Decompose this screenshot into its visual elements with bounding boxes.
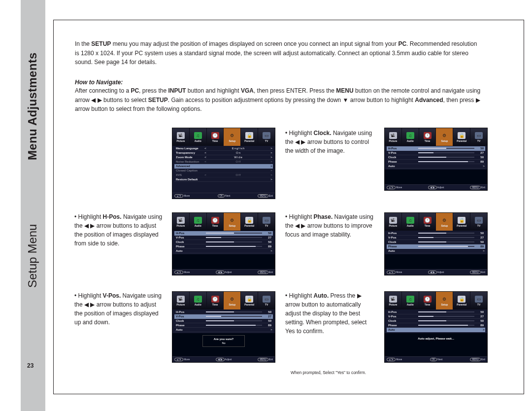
osd-tab-parental: 🔒Parental xyxy=(453,128,470,146)
osd-tab-picture: 📽Picture xyxy=(385,292,402,309)
menu-row-auto: Auto> xyxy=(174,328,273,332)
sidebar-title-bold: Menu Adjustments xyxy=(26,52,39,160)
osd-tab-setup: ⚙Setup xyxy=(224,128,241,146)
osd-tab-picture: 📽Picture xyxy=(172,128,190,146)
tv-icon: ▭ xyxy=(475,217,483,224)
menu-row-clock: Clock50 xyxy=(174,319,273,323)
auto-adjust-msg: Auto adjust, Please wait... xyxy=(385,333,487,342)
tv-icon: ▭ xyxy=(475,296,483,303)
setup-icon: ⚙ xyxy=(228,296,236,303)
setup-icon: ⚙ xyxy=(228,217,236,224)
osd-vpos: 📽Picture♫Audio🕐Time⚙Setup🔒Parental▭TVH-P… xyxy=(172,291,275,363)
osd-tab-tv: ▭TV xyxy=(258,292,275,309)
caption-hpos: • Highlight H-Pos. Navigate using the ◀ … xyxy=(74,212,166,248)
menu-row-phase: Phase89 xyxy=(174,323,273,328)
picture-icon: 📽 xyxy=(177,217,185,224)
osd-tab-picture: 📽Picture xyxy=(385,213,402,231)
caption-auto: • Highlight Auto. Press the ▶ arrow butt… xyxy=(285,291,376,336)
osd-hpos-2: 📽Picture♫Audio🕐Time⚙Setup🔒Parental▭TVH-P… xyxy=(172,212,275,275)
osd-setup-main: 📽Picture♫Audio🕐Time⚙Setup🔒Parental▭TV Me… xyxy=(172,128,275,199)
osd-phase: 📽Picture♫Audio🕐Time⚙Setup🔒Parental▭TVH-P… xyxy=(384,212,488,275)
parental-icon: 🔒 xyxy=(245,296,253,303)
setup-icon: ⚙ xyxy=(228,132,236,139)
setup-icon: ⚙ xyxy=(440,217,448,224)
osd-tab-time: 🕐Time xyxy=(419,213,436,231)
menu-row-v-pos: V-Pos27 xyxy=(174,236,273,240)
osd-tab-time: 🕐Time xyxy=(419,128,436,146)
osd-hint-bar: ▲/▼Move◀/▶AdjustMENUExit xyxy=(172,269,275,275)
menu-row-phase: Phase89 xyxy=(387,160,485,164)
tv-icon: ▭ xyxy=(263,296,270,303)
menu-row-h-pos: H-Pos50 xyxy=(387,146,485,151)
menu-row-clock: Clock50 xyxy=(387,319,485,323)
osd-auto: 📽Picture♫Audio🕐Time⚙Setup🔒Parental▭TVH-P… xyxy=(384,291,488,363)
osd-hint-bar: ▲/▼Move◀/▶AdjustMENUExit xyxy=(385,269,487,275)
parental-icon: 🔒 xyxy=(458,296,466,303)
parental-icon: 🔒 xyxy=(458,132,466,139)
sidebar-title-light: Setup Menu xyxy=(26,224,39,288)
confirm-prompt: Are you sure? No xyxy=(202,335,245,347)
menu-row-closed-caption: Closed Caption> xyxy=(174,169,273,173)
osd-tab-picture: 📽Picture xyxy=(385,128,402,146)
menu-row-v-pos: V-Pos27 xyxy=(174,314,273,319)
osd-tab-setup: ⚙Setup xyxy=(436,128,453,146)
menu-row-phase: Phase89 xyxy=(387,323,485,328)
how-to-navigate-heading: How to Navigate: xyxy=(75,79,123,86)
osd-tab-audio: ♫Audio xyxy=(190,292,207,309)
osd-tab-picture: 📽Picture xyxy=(172,213,190,231)
osd-tab-setup: ⚙Setup xyxy=(224,213,241,231)
osd-tab-parental: 🔒Parental xyxy=(241,292,258,309)
audio-icon: ♫ xyxy=(406,296,414,303)
menu-row-menu-language: Menu Language<English> xyxy=(174,146,273,151)
osd-tab-parental: 🔒Parental xyxy=(241,213,258,231)
page-number: 23 xyxy=(27,362,33,369)
audio-icon: ♫ xyxy=(406,132,414,139)
osd-hint-bar: ▲/▼Move◀/▶AdjustMENUExit xyxy=(385,184,487,190)
caption-vpos: • Highlight V-Pos. Navigate using the ◀ … xyxy=(74,291,166,327)
osd-tab-audio: ♫Audio xyxy=(402,213,419,231)
osd-tab-tv: ▭TV xyxy=(470,292,487,309)
menu-row-phase: Phase89 xyxy=(174,244,273,249)
osd-tab-tv: ▭TV xyxy=(470,213,487,231)
picture-icon: 📽 xyxy=(389,217,397,224)
osd-tab-setup: ⚙Setup xyxy=(436,292,453,309)
osd-hpos: 📽Picture♫Audio🕐Time⚙Setup🔒Parental▭TV H-… xyxy=(384,128,488,191)
menu-row-clock: Clock50 xyxy=(387,240,485,244)
intro-paragraph: In the SETUP menu you may adjust the pos… xyxy=(75,39,481,67)
osd-tab-setup: ⚙Setup xyxy=(224,292,241,309)
picture-icon: 📽 xyxy=(177,132,185,139)
osd-tab-tv: ▭TV xyxy=(470,128,487,146)
osd-tab-audio: ♫Audio xyxy=(402,292,419,309)
osd-tab-time: 🕐Time xyxy=(207,213,224,231)
osd-tab-picture: 📽Picture xyxy=(172,292,190,309)
time-icon: 🕐 xyxy=(424,132,432,139)
menu-row-v-pos: V-Pos27 xyxy=(387,236,485,240)
osd-tab-audio: ♫Audio xyxy=(402,128,419,146)
picture-icon: 📽 xyxy=(389,296,397,303)
menu-row-auto: Auto> xyxy=(387,328,485,332)
tv-icon: ▭ xyxy=(263,132,270,139)
osd-hint-bar: ▲/▼MoveOKNextMENUExit xyxy=(385,356,487,362)
menu-row-auto: Auto> xyxy=(174,249,273,253)
time-icon: 🕐 xyxy=(211,132,219,139)
menu-row-phase: Phase89 xyxy=(387,244,485,249)
audio-icon: ♫ xyxy=(194,132,202,139)
parental-icon: 🔒 xyxy=(245,132,253,139)
parental-icon: 🔒 xyxy=(245,217,253,224)
osd-tab-parental: 🔒Parental xyxy=(241,128,258,146)
tv-icon: ▭ xyxy=(263,217,270,224)
setup-icon: ⚙ xyxy=(440,296,448,303)
menu-row-auto: Auto> xyxy=(387,164,485,169)
osd-tab-parental: 🔒Parental xyxy=(453,213,470,231)
osd-tab-time: 🕐Time xyxy=(207,292,224,309)
menu-row-h-pos: H-Pos50 xyxy=(387,231,485,236)
menu-row-restore-default: Restore Default> xyxy=(174,177,273,182)
time-icon: 🕐 xyxy=(424,296,432,303)
osd-hint-bar: ▲/▼Move◀/▶AdjustMENUExit xyxy=(172,356,275,362)
osd-tab-audio: ♫Audio xyxy=(190,128,207,146)
osd-tab-tv: ▭TV xyxy=(258,213,275,231)
osd-tabs: 📽Picture♫Audio🕐Time⚙Setup🔒Parental▭TV xyxy=(172,128,275,146)
menu-row-advanced: Advanced> xyxy=(174,164,273,169)
menu-row-clock: Clock50 xyxy=(387,155,485,160)
audio-icon: ♫ xyxy=(406,217,414,224)
